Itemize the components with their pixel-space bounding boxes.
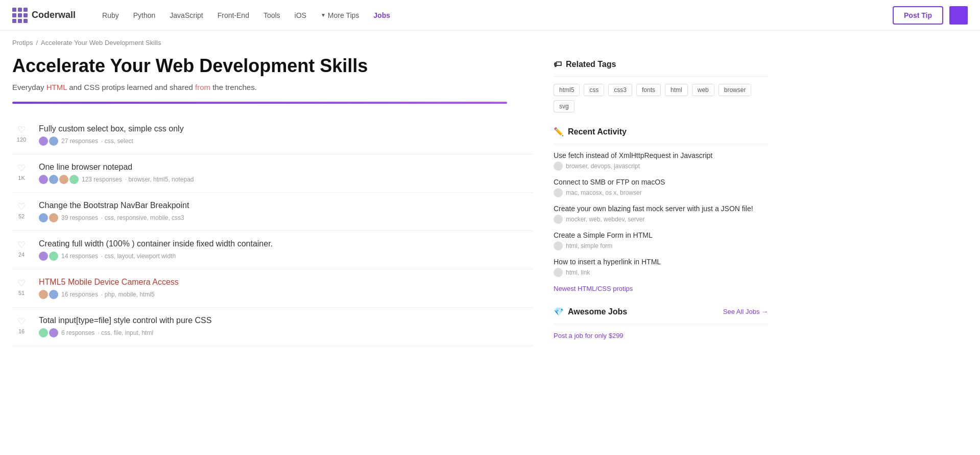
nav-javascript[interactable]: JavaScript [163, 8, 209, 22]
vote-count: 52 [18, 213, 25, 219]
page-subtitle: Everyday HTML and CSS protips learned an… [12, 83, 533, 92]
tip-tags: · css, select [101, 138, 133, 145]
tip-title[interactable]: One line browser notepad [39, 163, 132, 171]
content-area: Accelerate Your Web Development Skills E… [12, 55, 533, 354]
activity-tags: html, link [566, 269, 590, 276]
tip-title[interactable]: Creating full width (100% ) container in… [39, 239, 273, 248]
post-tip-button[interactable]: Post Tip [893, 6, 943, 25]
heart-icon[interactable]: ♡ [17, 124, 26, 135]
avatar-group [39, 252, 58, 261]
heart-icon[interactable]: ♡ [17, 278, 26, 289]
tip-body-3: Change the Bootstrap NavBar Breakpoint 3… [39, 201, 533, 222]
avatar [39, 136, 48, 146]
divider [554, 144, 768, 144]
tip-vote-3: ♡ 52 [12, 201, 31, 219]
tip-item: ♡ 1K One line browser notepad 123 respon… [12, 154, 533, 193]
awesome-jobs-section: 💎 Awesome Jobs See All Jobs → Post a job… [554, 307, 768, 339]
main-nav: Ruby Python JavaScript Front-End Tools i… [96, 8, 893, 22]
related-tags-title: 🏷 Related Tags [554, 60, 768, 69]
tag-css3[interactable]: css3 [608, 84, 632, 96]
tip-tags: · php, mobile, html5 [101, 291, 155, 298]
tip-body-5: HTML5 Mobile Device Camera Access 16 res… [39, 278, 533, 299]
avatar [49, 290, 58, 299]
sidebar: 🏷 Related Tags html5 css css3 fonts html… [554, 55, 768, 354]
vote-count: 51 [18, 290, 25, 296]
tip-meta: 27 responses · css, select [39, 136, 533, 146]
nav-tools[interactable]: Tools [257, 8, 286, 22]
activity-item: Create your own blazing fast mock server… [554, 204, 768, 224]
activity-avatar [554, 215, 563, 224]
heart-icon[interactable]: ♡ [17, 316, 26, 327]
tip-item: ♡ 24 Creating full width (100% ) contain… [12, 231, 533, 269]
tag-html5[interactable]: html5 [554, 84, 580, 96]
nav-jobs[interactable]: Jobs [367, 8, 396, 22]
activity-avatar [554, 188, 563, 197]
logo-text: Coderwall [32, 10, 76, 20]
tip-responses: 6 responses [61, 329, 94, 336]
tip-item: ♡ 16 Total input[type=file] style contro… [12, 308, 533, 346]
activity-item: Use fetch instead of XmlHttpRequest in J… [554, 151, 768, 171]
tip-responses: 14 responses [61, 253, 98, 260]
avatar [39, 328, 48, 337]
tag-browser[interactable]: browser [719, 84, 752, 96]
activity-title[interactable]: How to insert a hyperlink in HTML [554, 258, 661, 266]
tip-responses: 16 responses [61, 291, 98, 298]
user-avatar[interactable] [949, 6, 968, 25]
recent-activity-section: ✏️ Recent Activity Use fetch instead of … [554, 127, 768, 292]
see-all-jobs-link[interactable]: See All Jobs → [723, 308, 768, 315]
activity-meta: mac, macosx, os x, browser [554, 188, 768, 197]
tip-meta: 14 responses · css, layout, viewport wid… [39, 252, 533, 261]
tip-title[interactable]: Change the Bootstrap NavBar Breakpoint [39, 201, 189, 210]
activity-title[interactable]: Connect to SMB or FTP on macOS [554, 178, 665, 186]
tag-web[interactable]: web [692, 84, 714, 96]
post-job-link[interactable]: Post a job for only $299 [554, 332, 624, 339]
chevron-down-icon: ▼ [321, 12, 326, 18]
tip-vote-4: ♡ 24 [12, 239, 31, 258]
pencil-icon: ✏️ [554, 127, 564, 136]
activity-tags: html, simple form [566, 242, 612, 249]
tip-title[interactable]: HTML5 Mobile Device Camera Access [39, 278, 179, 286]
tip-vote-1: ♡ 120 [12, 124, 31, 143]
tip-vote-5: ♡ 51 [12, 278, 31, 296]
divider [554, 76, 768, 77]
nav-ruby[interactable]: Ruby [96, 8, 125, 22]
nav-more-tips[interactable]: ▼ More Tips [315, 8, 365, 22]
activity-meta: html, link [554, 268, 768, 277]
activity-tags: mocker, web, webdev, server [566, 216, 645, 223]
nav-frontend[interactable]: Front-End [211, 8, 255, 22]
activity-title[interactable]: Use fetch instead of XmlHttpRequest in J… [554, 151, 712, 160]
avatar [49, 136, 58, 146]
tip-body-6: Total input[type=file] style control wit… [39, 316, 533, 337]
activity-title[interactable]: Create your own blazing fast mock server… [554, 204, 753, 213]
tip-vote-2: ♡ 1K [12, 163, 31, 181]
nav-python[interactable]: Python [127, 8, 162, 22]
tip-item: ♡ 120 Fully custom select box, simple cs… [12, 116, 533, 154]
tip-list: ♡ 120 Fully custom select box, simple cs… [12, 116, 533, 346]
tag-html[interactable]: html [665, 84, 688, 96]
vote-count: 120 [17, 136, 26, 143]
breadcrumb-parent[interactable]: Protips [12, 39, 33, 47]
activity-meta: browser, devops, javascript [554, 162, 768, 171]
tip-title[interactable]: Fully custom select box, simple css only [39, 124, 184, 133]
heart-icon[interactable]: ♡ [17, 239, 26, 251]
tip-tags: · css, responsive, mobile, css3 [101, 214, 184, 221]
avatar [39, 290, 48, 299]
newest-protips-link[interactable]: Newest HTML/CSS protips [554, 285, 633, 292]
activity-title[interactable]: Create a Simple Form in HTML [554, 231, 653, 239]
tag-css[interactable]: css [584, 84, 604, 96]
tip-title[interactable]: Total input[type=file] style control wit… [39, 316, 211, 325]
nav-ios[interactable]: iOS [289, 8, 313, 22]
avatar-group [39, 213, 58, 222]
tip-item: ♡ 51 HTML5 Mobile Device Camera Access 1… [12, 269, 533, 308]
avatar [59, 175, 68, 184]
heart-icon[interactable]: ♡ [17, 201, 26, 212]
tag-svg[interactable]: svg [554, 100, 575, 112]
activity-avatar [554, 268, 563, 277]
tag-fonts[interactable]: fonts [636, 84, 661, 96]
jobs-header: 💎 Awesome Jobs See All Jobs → [554, 307, 768, 316]
logo-icon [12, 8, 28, 23]
activity-meta: html, simple form [554, 241, 768, 251]
heart-icon[interactable]: ♡ [17, 163, 26, 174]
recent-activity-title: ✏️ Recent Activity [554, 127, 768, 136]
logo[interactable]: Coderwall [12, 8, 76, 23]
